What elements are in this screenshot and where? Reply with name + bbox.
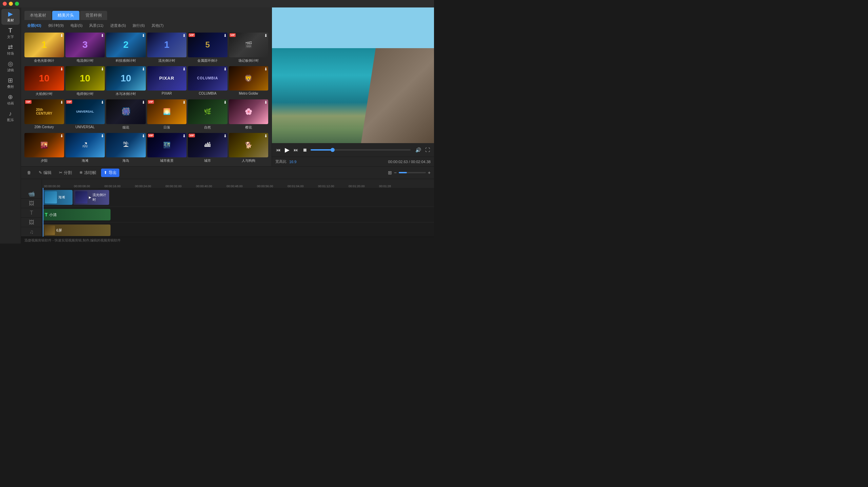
filter-all[interactable]: 全部(43) bbox=[24, 22, 44, 29]
zoom-slider[interactable] bbox=[399, 172, 426, 173]
preview-info: 宽高比 16:9 00:00:02.63 / 00:02:04.38 bbox=[272, 157, 434, 166]
filter-other[interactable]: 其他(7) bbox=[149, 22, 166, 29]
list-item[interactable]: 10 ⬇ 水与冰倒计时 bbox=[106, 66, 146, 98]
clip-6screen[interactable]: 6屏 bbox=[43, 225, 111, 236]
list-item[interactable]: UNIVERSAL VIP ⬇ UNIVERSAL bbox=[65, 99, 105, 132]
ruler-mark-9: 00:01:12.00 bbox=[318, 184, 334, 188]
item-label: 城市 bbox=[188, 158, 228, 163]
item-label: 20th Century bbox=[24, 125, 64, 129]
tab-local[interactable]: 本地素材 bbox=[24, 11, 52, 20]
list-item[interactable]: 🌃 VIP ⬇ 城市夜景 bbox=[147, 133, 187, 165]
sidebar-label-music: 配乐 bbox=[7, 118, 14, 122]
fullscreen-button[interactable]: ⛶ bbox=[425, 147, 431, 153]
music-track-icon: ♫ bbox=[21, 227, 42, 237]
tab-background[interactable]: 背景样例 bbox=[80, 11, 107, 20]
list-item[interactable]: 🏖 ⬇ 海滩 bbox=[65, 133, 105, 165]
clip-6screen-thumb bbox=[45, 226, 55, 235]
item-label: PIXAR bbox=[147, 92, 187, 95]
thumb-columbia: COLUMBIA ⬇ bbox=[188, 66, 228, 91]
filter-movie[interactable]: 电影(5) bbox=[68, 22, 85, 29]
sidebar-item-animation[interactable]: ⊕ 动画 bbox=[1, 92, 20, 108]
text-clip-icon: T bbox=[45, 212, 48, 217]
clip-beach-label: 海滩 bbox=[58, 195, 65, 200]
list-item[interactable]: 10 ⬇ 电焊倒计时 bbox=[65, 66, 105, 98]
filter-countdown[interactable]: 倒计时(9) bbox=[45, 22, 66, 29]
list-item[interactable]: 🏙 VIP ⬇ 城市 bbox=[188, 133, 228, 165]
sidebar-item-music[interactable]: ♪ 配乐 bbox=[1, 109, 20, 124]
image-track: 6屏 bbox=[42, 222, 434, 237]
list-item[interactable]: 1 ⬇ 金色光影倒计 bbox=[24, 33, 64, 65]
volume-button[interactable]: 🔊 bbox=[415, 147, 422, 153]
list-item[interactable]: 5 VIP ⬇ 金属圆环倒计 bbox=[188, 33, 228, 65]
list-item[interactable]: 2 ⬇ 科技感倒计时 bbox=[106, 33, 146, 65]
music-icon: ♪ bbox=[9, 111, 12, 117]
maximize-button[interactable] bbox=[15, 2, 19, 6]
forward-button[interactable]: ⏭ bbox=[293, 147, 299, 153]
split-icon: ✂ bbox=[59, 170, 62, 175]
sidebar-label-animation: 动画 bbox=[7, 101, 14, 106]
thumb-gold-countdown: 1 ⬇ bbox=[24, 33, 64, 57]
stop-button[interactable]: ⏹ bbox=[302, 147, 308, 153]
thumb-20th: 20thCENTURY VIP ⬇ bbox=[24, 99, 64, 124]
thumb-light-countdown: 1 ⬇ bbox=[147, 33, 187, 57]
tab-featured[interactable]: 精美片头 bbox=[52, 11, 79, 20]
minimize-button[interactable] bbox=[9, 2, 13, 6]
sidebar-item-filter[interactable]: ◎ 滤镜 bbox=[1, 59, 20, 75]
material-icon: ▶ bbox=[8, 11, 13, 17]
sidebar-item-material[interactable]: ▶ 素材 bbox=[1, 9, 20, 25]
delete-button[interactable]: 🗑 bbox=[24, 169, 34, 176]
item-label: 海岛 bbox=[106, 158, 146, 163]
status-text: 迅捷视频剪辑软件 - 快速实现视频剪辑,制作,编辑的视频剪辑软件 bbox=[24, 238, 121, 243]
overlay-icon: ⊞ bbox=[8, 77, 13, 83]
transition-icon: ⇄ bbox=[8, 44, 13, 50]
list-item[interactable]: 🐕 ⬇ 人与狗狗 bbox=[229, 133, 269, 165]
progress-bar[interactable] bbox=[311, 149, 411, 151]
fit-button[interactable]: ⊞ bbox=[388, 170, 392, 175]
edit-button[interactable]: ✎ 编辑 bbox=[36, 169, 54, 177]
filter-icon: ◎ bbox=[8, 61, 13, 67]
sidebar-item-text[interactable]: T 文字 bbox=[1, 25, 20, 41]
filter-landscape[interactable]: 风景(11) bbox=[86, 22, 106, 29]
close-button[interactable] bbox=[3, 2, 7, 6]
list-item[interactable]: 3 ⬇ 电流倒计时 bbox=[65, 33, 105, 65]
thumb-sakura: 🌸 ⬇ bbox=[229, 99, 269, 124]
list-item[interactable]: 10 ⬇ 火焰倒计时 bbox=[24, 66, 64, 98]
zoom-out-button[interactable]: − bbox=[394, 170, 397, 175]
export-button[interactable]: ⬆ 导出 bbox=[101, 169, 119, 177]
split-button[interactable]: ✂ 分割 bbox=[56, 169, 75, 177]
list-item[interactable]: 🎆 ⬇ 烟花 bbox=[106, 99, 146, 132]
sidebar-item-transition[interactable]: ⇄ 转场 bbox=[1, 42, 20, 58]
list-item[interactable]: 20thCENTURY VIP ⬇ 20th Century bbox=[24, 99, 64, 132]
play-button[interactable]: ▶ bbox=[284, 145, 290, 154]
thumb-island: 🏝 ⬇ bbox=[106, 133, 146, 158]
list-item[interactable]: 🌅 VIP ⬇ 日落 bbox=[147, 99, 187, 132]
time-display: 00:00:02.63 / 00:02:04.38 bbox=[388, 160, 431, 164]
clip-text[interactable]: T 小清 bbox=[43, 209, 111, 220]
list-item[interactable]: 🌇 ⬇ 夕阳 bbox=[24, 133, 64, 165]
sidebar-item-overlay[interactable]: ⊞ 叠附 bbox=[1, 75, 20, 91]
list-item[interactable]: COLUMBIA ⬇ COLUMBIA bbox=[188, 66, 228, 98]
clip-beach[interactable]: 海滩 bbox=[43, 190, 73, 205]
list-item[interactable]: 🌸 ⬇ 樱花 bbox=[229, 99, 269, 132]
list-item[interactable]: 1 ⬇ 流光倒计时 bbox=[147, 33, 187, 65]
edit-icon: ✎ bbox=[39, 170, 42, 175]
thumb-metro: 🦁 ⬇ bbox=[229, 66, 269, 91]
toolbar: 🗑 ✎ 编辑 ✂ 分割 ❄ 冻结帧 ⬆ 导出 ⊞ − bbox=[21, 166, 434, 179]
item-label: 科技感倒计时 bbox=[106, 58, 146, 63]
item-label: 人与狗狗 bbox=[229, 158, 269, 163]
freeze-button[interactable]: ❄ 冻结帧 bbox=[77, 169, 99, 177]
filter-travel[interactable]: 旅行(6) bbox=[130, 22, 147, 29]
thumb-clapper-countdown: 🎬 VIP ⬇ bbox=[229, 33, 269, 57]
rewind-button[interactable]: ⏮ bbox=[275, 147, 281, 153]
ruler-mark-5: 00:00:40.00 bbox=[196, 184, 212, 188]
list-item[interactable]: 🏝 ⬇ 海岛 bbox=[106, 133, 146, 165]
list-item[interactable]: 🎬 VIP ⬇ 场记板倒计时 bbox=[229, 33, 269, 65]
list-item[interactable]: 🌿 ⬇ 自然 bbox=[188, 99, 228, 132]
thumb-metal-countdown: 5 VIP ⬇ bbox=[188, 33, 228, 57]
zoom-in-button[interactable]: + bbox=[428, 170, 431, 175]
clip-countdown[interactable]: ▶ 流光倒计时 bbox=[73, 190, 109, 205]
list-item[interactable]: 🦁 ⬇ Metro Goldw bbox=[229, 66, 269, 98]
playhead[interactable] bbox=[43, 188, 43, 237]
list-item[interactable]: PIXAR ⬇ PIXAR bbox=[147, 66, 187, 98]
filter-progress[interactable]: 进度条(5) bbox=[107, 22, 129, 29]
